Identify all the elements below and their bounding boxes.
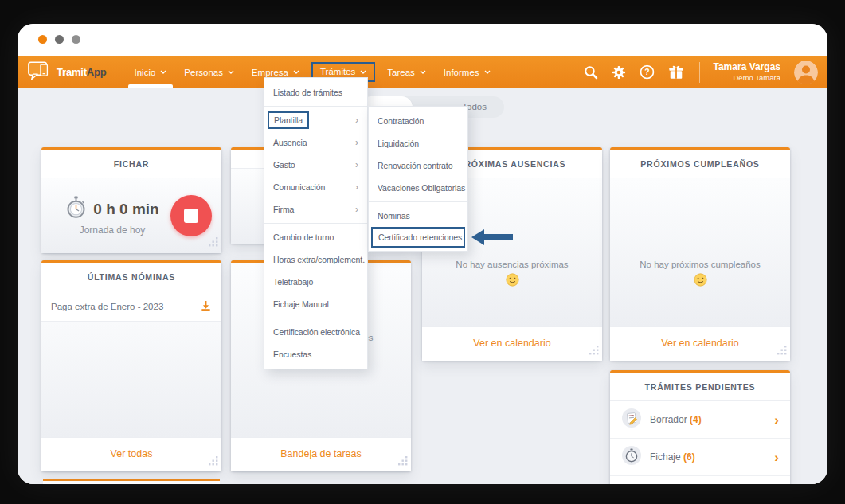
menu-item-teletrabajo[interactable]: Teletrabajo <box>264 271 367 293</box>
chevron-down-icon <box>228 70 234 74</box>
menu-item-renovacion-contrato[interactable]: Renovación contrato <box>369 154 467 177</box>
draft-memo-icon <box>621 408 642 432</box>
card-proximos-cumpleanos: PRÓXIMOS CUMPLEAÑOS No hay próximos cump… <box>610 147 790 361</box>
user-subtitle: Demo Tamara <box>714 73 781 83</box>
menu-item-listado-de-tramites[interactable]: Listado de trámites <box>264 81 367 104</box>
menu-divider <box>369 201 467 202</box>
app-window: TramitApp Inicio Personas Empresa Trámit… <box>18 24 827 484</box>
app-logo[interactable]: TramitApp <box>27 56 115 88</box>
stopwatch-icon <box>621 445 642 469</box>
nav-item-personas[interactable]: Personas <box>175 56 243 88</box>
header-divider <box>699 62 700 83</box>
header-actions: ? Tamara Vargas Demo Tamara <box>584 56 819 88</box>
smiley-emoji-icon <box>694 273 707 287</box>
menu-item-horas-extra[interactable]: Horas extra/complement. <box>264 248 367 271</box>
card-pendientes-title: TRÁMITES PENDIENTES <box>610 373 790 401</box>
user-menu[interactable]: Tamara Vargas Demo Tamara <box>714 61 781 83</box>
nomina-row[interactable]: Paga extra de Enero - 2023 <box>41 291 221 322</box>
card-ultimas-nominas: ÚLTIMAS NÓMINAS Paga extra de Enero - 20… <box>41 260 221 471</box>
chevron-down-icon <box>293 70 299 74</box>
ver-todas-link[interactable]: Ver todas <box>111 448 153 459</box>
chevron-right-icon: › <box>774 451 779 464</box>
menu-item-encuestas[interactable]: Encuestas <box>264 343 367 365</box>
submenu-arrow-icon: › <box>350 115 358 126</box>
menu-item-plantilla[interactable]: Plantilla › <box>264 109 367 131</box>
ausencias-empty-state: No hay ausencias próximas <box>422 258 602 287</box>
resize-handle-icon[interactable] <box>209 236 219 251</box>
user-name: Tamara Vargas <box>714 61 781 73</box>
stop-icon <box>184 209 198 223</box>
plantilla-highlight-box: Plantilla <box>268 111 309 129</box>
pendiente-label: Borrador (4) <box>650 414 766 425</box>
nomina-label: Paga extra de Enero - 2023 <box>51 302 163 311</box>
nav-item-tareas[interactable]: Tareas <box>378 56 435 88</box>
ver-en-calendario-link[interactable]: Ver en calendario <box>661 338 738 349</box>
submenu-arrow-icon: › <box>350 159 358 170</box>
annotation-arrow-icon <box>471 229 513 249</box>
submenu-arrow-icon: › <box>350 137 358 148</box>
card-nominas-title: ÚLTIMAS NÓMINAS <box>41 263 221 291</box>
gear-icon[interactable] <box>612 65 626 80</box>
menu-divider <box>264 223 367 224</box>
resize-handle-icon[interactable] <box>777 346 788 358</box>
help-icon[interactable]: ? <box>640 64 655 80</box>
menu-item-cambio-de-turno[interactable]: Cambio de turno <box>264 226 367 248</box>
menu-item-fichaje-manual[interactable]: Fichaje Manual <box>264 293 367 315</box>
cumpleanos-empty-state: No hay próximos cumpleaños <box>610 258 790 287</box>
menu-item-vacaciones-obligatorias[interactable]: Vacaciones Obligatorias <box>369 177 467 199</box>
menu-item-certificado-retenciones[interactable]: Certificado retenciones <box>371 227 465 248</box>
ver-en-calendario-link[interactable]: Ver en calendario <box>473 338 550 349</box>
stopwatch-icon <box>65 196 87 222</box>
pendiente-row-fichaje[interactable]: Fichaje (6) › <box>610 439 790 476</box>
worked-time-caption: Jornada de hoy <box>80 225 146 236</box>
avatar[interactable] <box>794 61 818 84</box>
resize-handle-icon[interactable] <box>209 456 219 469</box>
card-partial-bottom <box>43 479 220 484</box>
logo-bubble-icon <box>27 60 53 84</box>
nav-item-inicio[interactable]: Inicio <box>126 56 176 88</box>
window-control-minimize[interactable] <box>55 35 64 44</box>
smiley-emoji-icon <box>506 273 519 287</box>
menu-item-firma[interactable]: Firma› <box>264 198 367 221</box>
chevron-right-icon: › <box>774 413 779 427</box>
download-icon[interactable] <box>200 299 212 313</box>
pendiente-row-borrador[interactable]: Borrador (4) › <box>610 401 790 439</box>
menu-item-gasto[interactable]: Gasto› <box>264 154 367 176</box>
menu-item-ausencia[interactable]: Ausencia› <box>264 131 367 154</box>
submenu-arrow-icon: › <box>350 182 358 193</box>
tramites-dropdown-menu: Listado de trámites Plantilla › Ausencia… <box>264 77 368 369</box>
chevron-down-icon <box>420 70 426 74</box>
chevron-down-icon <box>160 70 166 74</box>
menu-item-liquidacion[interactable]: Liquidación <box>369 132 467 154</box>
menu-item-comunicacion[interactable]: Comunicación› <box>264 176 367 198</box>
bandeja-de-tareas-link[interactable]: Bandeja de tareas <box>280 448 361 459</box>
card-cumpleanos-title: PRÓXIMOS CUMPLEAÑOS <box>610 150 790 178</box>
submenu-arrow-icon: › <box>350 204 358 215</box>
gift-icon[interactable] <box>668 64 684 80</box>
window-control-maximize[interactable] <box>72 35 80 44</box>
window-control-close[interactable] <box>38 35 47 44</box>
menu-item-contratacion[interactable]: Contratación <box>369 110 467 132</box>
pendiente-row-cambio-turno[interactable]: Cambio de turno (1) › <box>610 476 790 484</box>
resize-handle-icon[interactable] <box>589 346 600 358</box>
chevron-down-icon <box>484 70 491 74</box>
svg-text:?: ? <box>644 68 649 76</box>
nav-item-informes[interactable]: Informes <box>435 56 499 88</box>
pendiente-label: Fichaje (6) <box>650 451 766 463</box>
worked-time: 0 h 0 min <box>93 201 158 218</box>
card-tramites-pendientes: TRÁMITES PENDIENTES <box>610 370 790 484</box>
shift-swap-icon <box>621 483 642 484</box>
card-fichar: FICHAR <box>41 147 221 253</box>
menu-item-nominas[interactable]: Nóminas <box>369 205 467 227</box>
clock-stop-button[interactable] <box>170 195 212 236</box>
menu-divider <box>264 106 367 107</box>
logo-text: TramitApp <box>57 66 107 78</box>
menu-divider <box>264 318 367 318</box>
search-icon[interactable] <box>584 65 598 80</box>
card-fichar-title: FICHAR <box>41 150 221 178</box>
resize-handle-icon[interactable] <box>398 456 409 469</box>
menu-item-certificacion-electronica[interactable]: Certificación electrónica <box>264 321 367 343</box>
plantilla-submenu: Contratación Liquidación Renovación cont… <box>368 106 468 252</box>
window-titlebar <box>18 24 827 56</box>
app-header: TramitApp Inicio Personas Empresa Trámit… <box>18 56 827 88</box>
